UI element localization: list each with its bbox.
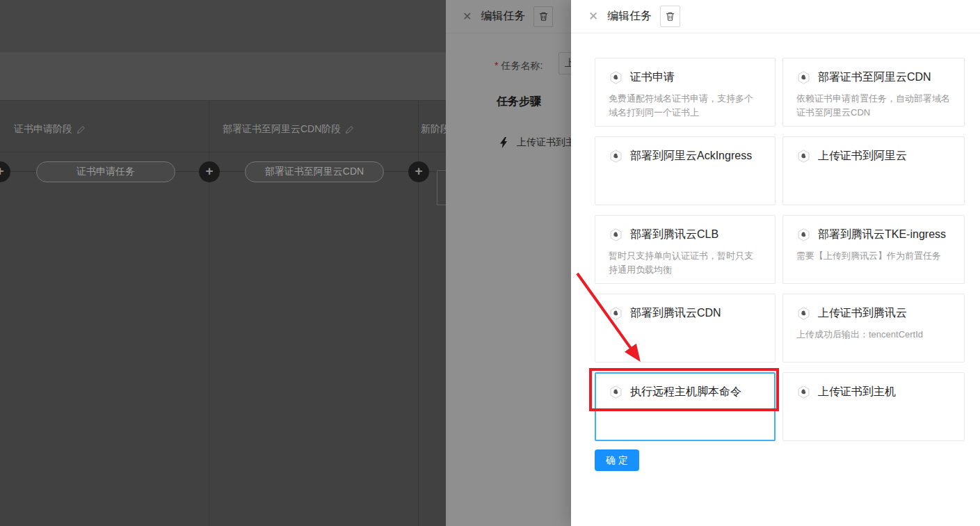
confirm-button[interactable]: 确 定 [595, 449, 639, 471]
drawer-dim-overlay [446, 0, 571, 526]
task-node-cert-apply[interactable]: 证书申请任务 [36, 161, 175, 182]
add-stage-button[interactable]: + [408, 161, 429, 182]
task-card-upload-aliyun[interactable]: 上传证书到阿里云 [782, 136, 965, 205]
task-card-title: 上传证书到主机 [818, 385, 896, 399]
stage-label-text: 部署证书至阿里云CDN阶段 [223, 123, 341, 136]
task-hexagon-icon [609, 306, 623, 321]
task-hexagon-icon [609, 70, 623, 85]
task-card-deploy-tencent-clb[interactable]: 部署到腾讯云CLB 暂时只支持单向认证证书，暂时只支持通用负载均衡 [595, 215, 776, 284]
edit-task-drawer: ✕ 编辑任务 *任务名称: 任务步骤 上传证书到主机 [446, 0, 571, 526]
task-card-cert-apply[interactable]: 证书申请 免费通配符域名证书申请，支持多个域名打到同一个证书上 [595, 58, 776, 127]
task-node-deploy-cdn[interactable]: 部署证书至阿里云CDN [245, 161, 384, 182]
workflow-canvas: 证书申请阶段 部署证书至阿里云CDN阶段 新阶段 证书申请任务 部署证书至阿里云… [0, 0, 446, 526]
task-hexagon-icon [796, 228, 811, 242]
task-card-desc: 依赖证书申请前置任务，自动部署域名证书至阿里云CDN [796, 92, 951, 120]
task-card-title: 执行远程主机脚本命令 [630, 385, 741, 399]
toolbar-band [0, 52, 446, 101]
close-icon[interactable]: ✕ [588, 10, 598, 22]
delete-task-button[interactable] [660, 6, 680, 27]
task-card-desc: 免费通配符域名证书申请，支持多个域名打到同一个证书上 [609, 92, 762, 120]
edit-pencil-icon[interactable] [345, 125, 354, 134]
stage-header-divider [0, 152, 446, 152]
task-card-remote-script[interactable]: 执行远程主机脚本命令 [595, 372, 776, 441]
stage-label-deploy-cdn[interactable]: 部署证书至阿里云CDN阶段 [223, 123, 354, 136]
task-picker-drawer: ✕ 编辑任务 证书申请 免费通配符域名证书申请，支持多个域名打到同一个证书上 部… [571, 0, 980, 526]
drawer-title: 编辑任务 [607, 9, 652, 24]
task-card-deploy-tke-ingress[interactable]: 部署到腾讯云TKE-ingress 需要【上传到腾讯云】作为前置任务 [782, 215, 965, 284]
stage-label-cert-apply[interactable]: 证书申请阶段 [14, 123, 86, 136]
task-card-desc: 需要【上传到腾讯云】作为前置任务 [796, 249, 951, 263]
task-card-title: 证书申请 [630, 70, 675, 85]
task-card-title: 上传证书到阿里云 [818, 149, 907, 164]
task-hexagon-icon [609, 149, 623, 164]
task-hexagon-icon [796, 149, 811, 164]
task-hexagon-icon [796, 70, 811, 85]
trash-icon [665, 11, 675, 22]
add-stage-button[interactable]: + [0, 161, 10, 182]
task-card-upload-host[interactable]: 上传证书到主机 [782, 372, 965, 441]
task-card-title: 部署到阿里云AckIngress [630, 149, 752, 164]
task-card-title: 部署到腾讯云CLB [630, 228, 718, 242]
task-hexagon-icon [609, 228, 623, 242]
add-stage-button[interactable]: + [199, 161, 220, 182]
drawer-header: ✕ 编辑任务 [571, 0, 980, 33]
task-card-title: 上传证书到腾讯云 [818, 306, 907, 321]
task-card-deploy-tencent-cdn[interactable]: 部署到腾讯云CDN [595, 294, 776, 362]
task-card-upload-tencent[interactable]: 上传证书到腾讯云 上传成功后输出：tencentCertId [782, 294, 965, 362]
task-card-desc: 上传成功后输出：tencentCertId [796, 328, 951, 342]
task-hexagon-icon [796, 385, 811, 399]
stage-label-new-stage[interactable]: 新阶段 [421, 123, 446, 136]
task-card-title: 部署证书至阿里云CDN [818, 70, 931, 85]
edit-pencil-icon[interactable] [77, 125, 86, 134]
task-hexagon-icon [609, 385, 623, 399]
page-header-band [0, 0, 446, 52]
task-card-deploy-ackingress[interactable]: 部署到阿里云AckIngress [595, 136, 776, 205]
stage-label-text: 证书申请阶段 [14, 123, 72, 136]
task-card-title: 部署到腾讯云CDN [630, 306, 721, 321]
new-task-placeholder[interactable] [437, 170, 446, 205]
task-card-desc: 暂时只支持单向认证证书，暂时只支持通用负载均衡 [609, 249, 762, 277]
task-card-title: 部署到腾讯云TKE-ingress [818, 228, 946, 242]
task-card-deploy-aliyun-cdn[interactable]: 部署证书至阿里云CDN 依赖证书申请前置任务，自动部署域名证书至阿里云CDN [782, 58, 965, 127]
task-type-grid: 证书申请 免费通配符域名证书申请，支持多个域名打到同一个证书上 部署证书至阿里云… [595, 58, 965, 441]
stage-label-text: 新阶段 [421, 123, 446, 136]
task-hexagon-icon [796, 306, 811, 321]
